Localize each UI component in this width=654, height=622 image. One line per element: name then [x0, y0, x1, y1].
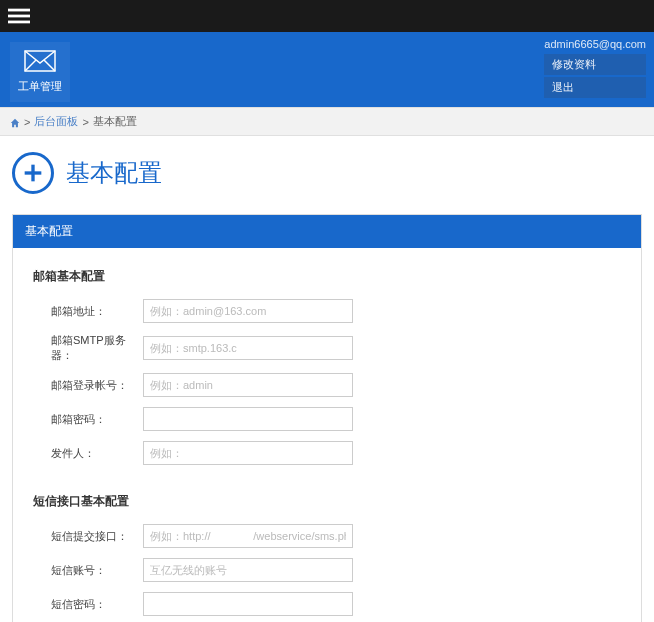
breadcrumb-sep: >	[82, 116, 88, 128]
label-sender: 发件人：	[33, 446, 143, 461]
input-sms-account[interactable]	[143, 558, 353, 582]
label-sms-account: 短信账号：	[33, 563, 143, 578]
top-bar	[0, 0, 654, 32]
edit-profile-link[interactable]: 修改资料	[544, 54, 646, 75]
header: 工单管理 admin6665@qq.com 修改资料 退出	[0, 32, 654, 107]
section-email-title: 邮箱基本配置	[33, 268, 621, 285]
breadcrumb-item-current: 基本配置	[93, 114, 137, 129]
svg-rect-2	[8, 21, 30, 24]
row-sender: 发件人：	[33, 441, 621, 465]
label-smtp: 邮箱SMTP服务器：	[33, 333, 143, 363]
label-sms-url: 短信提交接口：	[33, 529, 143, 544]
input-smtp[interactable]	[143, 336, 353, 360]
breadcrumb-item-dashboard[interactable]: 后台面板	[34, 114, 78, 129]
input-sms-url[interactable]	[143, 524, 353, 548]
page-title: 基本配置	[66, 157, 162, 189]
user-email: admin6665@qq.com	[544, 38, 646, 50]
hamburger-icon[interactable]	[8, 5, 30, 27]
plus-circle-icon[interactable]	[12, 152, 54, 194]
page-title-row: 基本配置	[0, 136, 654, 214]
logout-link[interactable]: 退出	[544, 77, 646, 98]
row-smtp: 邮箱SMTP服务器：	[33, 333, 621, 363]
row-password: 邮箱密码：	[33, 407, 621, 431]
row-login: 邮箱登录帐号：	[33, 373, 621, 397]
section-email: 邮箱基本配置 邮箱地址： 邮箱SMTP服务器： 邮箱登录帐号： 邮箱密码：	[33, 268, 621, 465]
svg-rect-5	[25, 171, 42, 174]
svg-rect-1	[8, 15, 30, 18]
row-sms-url: 短信提交接口：	[33, 524, 621, 548]
svg-rect-0	[8, 9, 30, 12]
content: 基本配置 邮箱基本配置 邮箱地址： 邮箱SMTP服务器： 邮箱登录帐号： 邮箱密…	[0, 214, 654, 622]
label-sms-password: 短信密码：	[33, 597, 143, 612]
input-sender[interactable]	[143, 441, 353, 465]
input-email-addr[interactable]	[143, 299, 353, 323]
home-icon[interactable]	[10, 115, 20, 127]
label-login: 邮箱登录帐号：	[33, 378, 143, 393]
row-sms-password: 短信密码：	[33, 592, 621, 616]
label-password: 邮箱密码：	[33, 412, 143, 427]
header-module-label: 工单管理	[14, 79, 66, 94]
input-password[interactable]	[143, 407, 353, 431]
section-sms-title: 短信接口基本配置	[33, 493, 621, 510]
header-user-menu: admin6665@qq.com 修改资料 退出	[544, 38, 646, 98]
breadcrumb: > 后台面板 > 基本配置	[0, 107, 654, 136]
section-sms: 短信接口基本配置 短信提交接口： 短信账号： 短信密码：	[33, 493, 621, 616]
label-email-addr: 邮箱地址：	[33, 304, 143, 319]
row-email-addr: 邮箱地址：	[33, 299, 621, 323]
panel-header: 基本配置	[13, 215, 641, 248]
row-sms-account: 短信账号：	[33, 558, 621, 582]
panel: 基本配置 邮箱基本配置 邮箱地址： 邮箱SMTP服务器： 邮箱登录帐号： 邮箱密…	[12, 214, 642, 622]
breadcrumb-sep: >	[24, 116, 30, 128]
input-sms-password[interactable]	[143, 592, 353, 616]
input-login[interactable]	[143, 373, 353, 397]
envelope-icon	[14, 50, 66, 75]
header-module[interactable]: 工单管理	[10, 42, 70, 102]
panel-body: 邮箱基本配置 邮箱地址： 邮箱SMTP服务器： 邮箱登录帐号： 邮箱密码：	[13, 248, 641, 622]
